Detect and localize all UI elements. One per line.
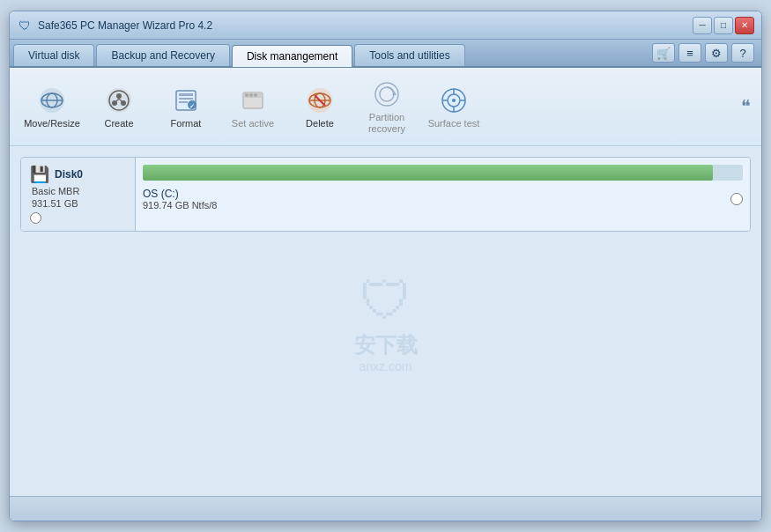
- svg-rect-10: [179, 93, 193, 96]
- tool-surface-test[interactable]: Surface test: [422, 81, 486, 133]
- disk-drive-icon: 💾: [30, 165, 49, 184]
- delete-icon: [305, 85, 335, 116]
- tool-set-active-label: Set active: [232, 118, 274, 129]
- tab-virtual-disk[interactable]: Virtual disk: [13, 44, 94, 66]
- tool-move-resize-label: Move/Resize: [24, 118, 80, 129]
- svg-rect-11: [179, 98, 193, 100]
- main-window: 🛡 Safe365 PC Manager Wizard Pro 4.2 ─ □ …: [9, 11, 762, 521]
- list-icon-button[interactable]: ≡: [678, 43, 701, 63]
- svg-point-17: [245, 93, 248, 97]
- app-icon: 🛡: [17, 18, 33, 33]
- partition-size: 919.74 GB Ntfs/8: [143, 200, 217, 211]
- cart-icon-button[interactable]: 🛒: [652, 43, 675, 63]
- help-icon-button[interactable]: ?: [731, 43, 754, 63]
- minimize-button[interactable]: ─: [693, 17, 712, 34]
- tool-format[interactable]: ✓ Format: [154, 81, 218, 133]
- svg-point-4: [107, 88, 131, 113]
- set-active-icon: [238, 85, 268, 116]
- tool-delete[interactable]: Delete: [288, 81, 352, 133]
- svg-point-19: [254, 93, 257, 97]
- format-icon: ✓: [171, 85, 201, 116]
- toolbar: Move/Resize Create: [10, 68, 761, 146]
- tab-backup-recovery[interactable]: Backup and Recovery: [96, 44, 229, 66]
- partition-label: OS (C:): [143, 188, 217, 200]
- watermark: 🛡 安下载 anxz.com: [354, 270, 418, 373]
- disk-type: Basic MBR: [30, 186, 126, 196]
- tab-disk-management[interactable]: Disk manangement: [232, 45, 352, 67]
- tool-partition-recovery-label: Partition recovery: [359, 112, 415, 135]
- move-resize-icon: [37, 85, 67, 116]
- create-icon: [104, 85, 134, 116]
- tabbar: Virtual disk Backup and Recovery Disk ma…: [10, 40, 761, 68]
- toolbar-more-button[interactable]: ❝: [741, 96, 751, 117]
- svg-point-30: [452, 99, 456, 102]
- tool-set-active[interactable]: Set active: [221, 81, 285, 133]
- svg-text:✓: ✓: [189, 103, 195, 109]
- disk-radio-container: [30, 212, 126, 224]
- titlebar-buttons: ─ □ ✕: [693, 17, 754, 34]
- disk-radio-button[interactable]: [30, 212, 41, 224]
- statusbar: [10, 496, 761, 521]
- partition-details: OS (C:) 919.74 GB Ntfs/8: [143, 184, 743, 214]
- disk-info-panel: 💾 Disk0 Basic MBR 931.51 GB: [21, 158, 136, 231]
- close-button[interactable]: ✕: [735, 17, 754, 34]
- tool-partition-recovery[interactable]: Partition recovery: [355, 75, 419, 138]
- svg-rect-12: [179, 101, 188, 103]
- window-title: Safe365 PC Manager Wizard Pro 4.2: [38, 19, 693, 32]
- disk-header: 💾 Disk0: [30, 165, 126, 184]
- tool-surface-test-label: Surface test: [428, 118, 480, 129]
- disk-size: 931.51 GB: [30, 198, 126, 209]
- partition-radio-button[interactable]: [730, 193, 743, 205]
- partition-recovery-icon: [372, 78, 402, 110]
- titlebar: 🛡 Safe365 PC Manager Wizard Pro 4.2 ─ □ …: [10, 11, 761, 40]
- maximize-button[interactable]: □: [714, 17, 733, 34]
- tool-create[interactable]: Create: [87, 81, 151, 133]
- gear-icon-button[interactable]: ⚙: [705, 43, 728, 63]
- svg-point-6: [116, 93, 122, 99]
- tool-move-resize[interactable]: Move/Resize: [20, 81, 84, 133]
- tabbar-action-icons: 🛒 ≡ ⚙ ?: [652, 43, 758, 66]
- main-content: 💾 Disk0 Basic MBR 931.51 GB OS (C:) 919.…: [10, 146, 761, 496]
- tool-create-label: Create: [104, 118, 133, 129]
- disk-row: 💾 Disk0 Basic MBR 931.51 GB OS (C:) 919.…: [20, 157, 751, 232]
- disk-name: Disk0: [55, 168, 83, 181]
- partition-area: OS (C:) 919.74 GB Ntfs/8: [136, 158, 750, 231]
- partition-bar-container: [143, 165, 743, 181]
- svg-point-18: [249, 93, 253, 97]
- tool-delete-label: Delete: [306, 118, 334, 129]
- tab-tools-utilities[interactable]: Tools and utilities: [354, 44, 464, 66]
- partition-bar: [143, 165, 713, 181]
- surface-test-icon: [439, 85, 469, 116]
- tool-format-label: Format: [171, 118, 202, 129]
